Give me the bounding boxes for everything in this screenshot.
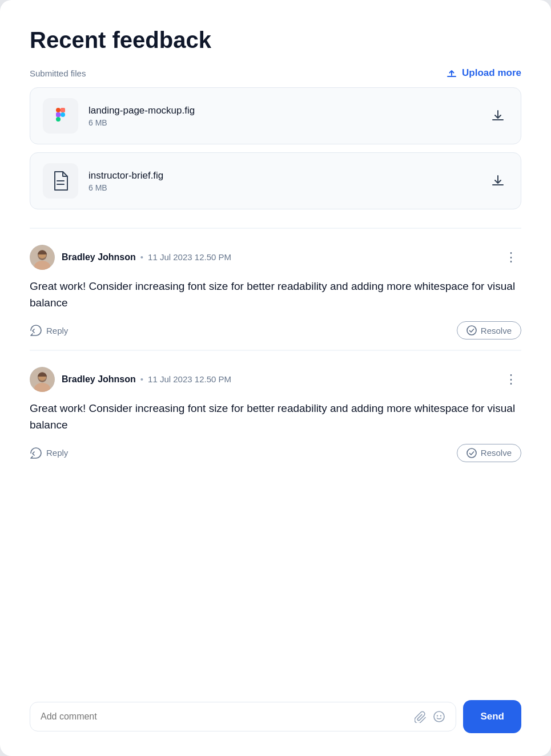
upload-more-button[interactable]: Upload more (445, 67, 521, 79)
commenter-name-2: Bradley Johnson (62, 374, 136, 385)
svg-point-18 (434, 711, 444, 722)
svg-rect-3 (56, 112, 61, 117)
file-info-1: landing-page-mockup.fig 6 MB (89, 105, 477, 127)
dot-2: • (140, 374, 143, 384)
page-title: Recent feedback (30, 27, 521, 53)
emoji-button[interactable] (433, 710, 445, 723)
compose-area: Send (30, 684, 521, 733)
file-name-1: landing-page-mockup.fig (89, 105, 477, 116)
file-name-2: instructor-brief.fig (89, 170, 477, 181)
svg-rect-4 (56, 117, 61, 122)
resolve-label-2: Resolve (481, 448, 512, 458)
reply-button-2[interactable]: Reply (30, 447, 68, 459)
file-icon-doc (43, 163, 78, 199)
comment-time-1: 11 Jul 2023 12.50 PM (148, 252, 231, 262)
comment-text-1: Great work! Consider increasing font siz… (30, 278, 521, 312)
upload-more-label: Upload more (462, 67, 521, 79)
comment-1-header: Bradley Johnson • 11 Jul 2023 12.50 PM ⋮ (30, 245, 521, 270)
svg-point-12 (467, 326, 476, 335)
file-item-2: instructor-brief.fig 6 MB (30, 152, 521, 209)
files-header: Submitted files Upload more (30, 67, 521, 79)
file-icon-figma (43, 98, 78, 134)
download-button-2[interactable] (488, 171, 508, 191)
svg-point-17 (467, 448, 476, 458)
svg-rect-2 (61, 108, 65, 112)
resolve-button-2[interactable]: Resolve (457, 444, 521, 462)
upload-icon (445, 67, 458, 79)
comment-2: Bradley Johnson • 11 Jul 2023 12.50 PM ⋮… (30, 361, 521, 462)
reply-button-1[interactable]: Reply (30, 324, 68, 337)
comment-text-2: Great work! Consider increasing font siz… (30, 400, 521, 434)
divider-1 (30, 228, 521, 229)
comment-1-actions: Reply Resolve (30, 321, 521, 339)
comment-input-wrap (30, 702, 456, 731)
file-size-2: 6 MB (89, 183, 477, 192)
reply-label-1: Reply (46, 326, 68, 335)
comment-1: Bradley Johnson • 11 Jul 2023 12.50 PM ⋮… (30, 239, 521, 340)
comment-2-header: Bradley Johnson • 11 Jul 2023 12.50 PM ⋮ (30, 367, 521, 392)
send-label: Send (480, 711, 504, 722)
file-info-2: instructor-brief.fig 6 MB (89, 170, 477, 192)
file-size-1: 6 MB (89, 118, 477, 127)
divider-2 (30, 350, 521, 351)
resolve-button-1[interactable]: Resolve (457, 321, 521, 339)
avatar-2 (30, 367, 55, 392)
attachment-button[interactable] (415, 710, 427, 723)
files-label: Submitted files (30, 68, 86, 78)
comment-2-meta: Bradley Johnson • 11 Jul 2023 12.50 PM (62, 374, 494, 385)
main-card: Recent feedback Submitted files Upload m… (0, 0, 551, 756)
download-button-1[interactable] (488, 106, 508, 126)
comment-time-2: 11 Jul 2023 12.50 PM (148, 374, 231, 384)
more-button-1[interactable]: ⋮ (501, 250, 521, 265)
more-button-2[interactable]: ⋮ (501, 372, 521, 387)
resolve-label-1: Resolve (481, 326, 512, 335)
commenter-name-1: Bradley Johnson (62, 252, 136, 262)
svg-point-19 (437, 715, 438, 716)
svg-point-5 (61, 112, 65, 117)
avatar-1 (30, 245, 55, 270)
send-button[interactable]: Send (463, 700, 521, 733)
svg-rect-1 (56, 108, 61, 112)
reply-label-2: Reply (46, 448, 68, 458)
file-item-1: landing-page-mockup.fig 6 MB (30, 87, 521, 144)
comment-1-meta: Bradley Johnson • 11 Jul 2023 12.50 PM (62, 252, 494, 262)
dot-1: • (140, 252, 143, 262)
comment-input[interactable] (41, 711, 409, 722)
svg-point-20 (440, 715, 441, 716)
comment-2-actions: Reply Resolve (30, 444, 521, 462)
